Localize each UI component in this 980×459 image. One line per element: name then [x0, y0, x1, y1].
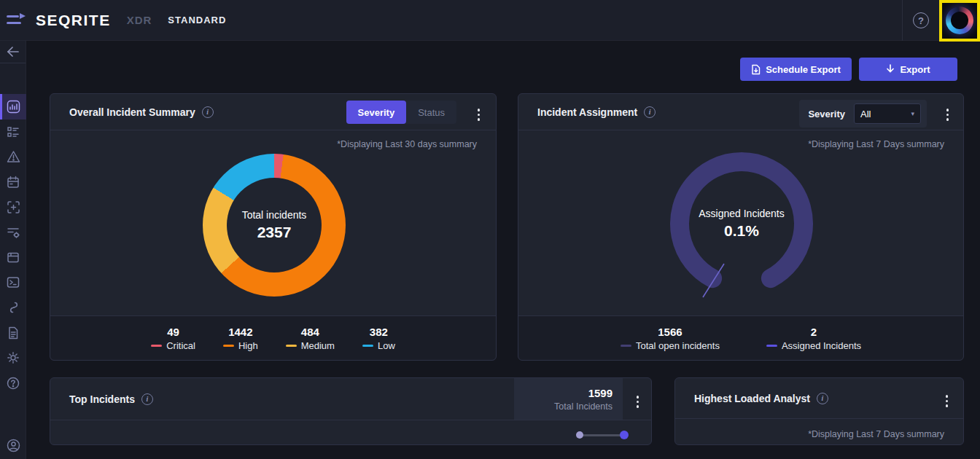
- highest-loaded-analyst-card: Highest Loaded Analyst i *Displaying Las…: [674, 377, 964, 445]
- status-toggle-button[interactable]: Status: [406, 101, 456, 124]
- product-name: XDR: [127, 14, 152, 26]
- legend-item-total-open: 1566 Total open incidents: [621, 326, 720, 351]
- gauge-center: Assigned Incidents 0.1%: [661, 147, 822, 300]
- legend-item-assigned: 2 Assigned Incidents: [766, 326, 861, 351]
- summary-period-note: *Displaying Last 30 days summary: [337, 139, 477, 149]
- card-title: Incident Assignment: [537, 106, 637, 118]
- sidebar-item-terminal[interactable]: [0, 270, 26, 296]
- sidebar-item-incident-list[interactable]: [0, 119, 26, 145]
- chevron-down-icon: ▾: [911, 110, 914, 117]
- sidebar-item-alerts[interactable]: [0, 144, 26, 170]
- medium-dash-icon: [286, 345, 297, 347]
- total-incidents-block: 1599 Total Incidents: [514, 378, 623, 420]
- kebab-menu-icon[interactable]: [475, 106, 483, 124]
- help-circle-icon: [7, 377, 20, 390]
- severity-status-toggle: Severity Status: [346, 101, 456, 124]
- schedule-export-icon: [751, 64, 761, 75]
- donut-center-label: Total incidents: [242, 209, 307, 221]
- severity-filter: Severity All ▾: [799, 100, 927, 128]
- kebab-menu-icon[interactable]: [943, 392, 952, 410]
- summary-period-note: *Displaying Last 7 Days summary: [808, 139, 944, 149]
- sidebar-item-rules[interactable]: [0, 220, 26, 246]
- alert-triangle-icon: [7, 150, 20, 163]
- donut-center-value: 2357: [257, 224, 292, 241]
- sidebar-item-calendar[interactable]: [0, 170, 26, 195]
- task-list-icon: [7, 125, 20, 138]
- assigned-dash-icon: [766, 345, 777, 347]
- sidebar-item-settings[interactable]: [0, 345, 26, 371]
- topbar-divider: [902, 0, 903, 41]
- gauge-center-value: 0.1%: [724, 222, 759, 240]
- incident-assignment-card: Incident Assignment i Severity All ▾ *Di…: [518, 93, 964, 361]
- low-dash-icon: [362, 345, 373, 347]
- user-avatar[interactable]: [946, 7, 973, 34]
- total-open-dash-icon: [621, 345, 631, 347]
- window-panel-icon: [7, 251, 20, 264]
- schedule-export-button[interactable]: Schedule Export: [740, 58, 852, 81]
- legend-item-low: 382 Low: [362, 326, 395, 351]
- card-header: Highest Loaded Analyst i: [675, 378, 963, 419]
- settings-gear-icon: [7, 351, 20, 364]
- kebab-menu-icon[interactable]: [944, 106, 952, 124]
- top-incidents-card: Top Incidents i 1599 Total Incidents: [50, 377, 652, 445]
- document-icon: [7, 326, 19, 340]
- export-button[interactable]: Export: [859, 58, 957, 81]
- sidebar-item-help[interactable]: [0, 371, 26, 396]
- overall-incident-summary-card: Overall Incident Summary i Severity Stat…: [50, 93, 497, 361]
- card-header: Top Incidents i 1599 Total Incidents: [50, 378, 651, 420]
- sidebar-item-dashboard[interactable]: [0, 94, 26, 119]
- kebab-menu-icon[interactable]: [634, 393, 642, 411]
- summary-period-note: *Displaying Last 7 Days summary: [808, 429, 944, 439]
- export-download-icon: [886, 64, 895, 74]
- info-icon[interactable]: i: [202, 106, 214, 118]
- crosshair-icon: [7, 200, 20, 214]
- collapse-back-icon[interactable]: [0, 41, 26, 63]
- calendar-icon: [7, 176, 20, 189]
- sidebar-item-integrations[interactable]: [0, 295, 26, 321]
- total-incidents-value: 1599: [588, 387, 612, 399]
- card-header: Overall Incident Summary i Severity Stat…: [50, 94, 496, 130]
- slider-handle-left[interactable]: [576, 431, 583, 439]
- sidebar-item-playbooks[interactable]: [0, 245, 26, 270]
- severity-filter-label: Severity: [808, 109, 845, 119]
- link-icon: [7, 301, 20, 314]
- critical-dash-icon: [151, 345, 162, 347]
- legend-item-medium: 484 Medium: [286, 326, 335, 351]
- info-icon[interactable]: i: [141, 393, 153, 405]
- card-title: Top Incidents: [69, 393, 135, 405]
- top-bar: SEQRITE XDR STANDARD ?: [0, 0, 980, 41]
- avatar-highlight-box: [939, 0, 980, 42]
- total-incidents-label: Total Incidents: [554, 401, 612, 412]
- slider-track: [579, 434, 626, 436]
- legend-item-critical: 49 Critical: [151, 326, 195, 351]
- sidebar-item-reports[interactable]: [0, 321, 26, 346]
- severity-legend: 49 Critical 1442 High 484 Medium 382 Low: [50, 315, 496, 360]
- card-title: Overall Incident Summary: [69, 106, 195, 118]
- sidebar-user-icon[interactable]: [0, 439, 26, 452]
- assignment-legend: 1566 Total open incidents 2 Assigned Inc…: [518, 315, 963, 360]
- severity-filter-select[interactable]: All ▾: [854, 103, 921, 124]
- edition-name: STANDARD: [168, 15, 226, 26]
- info-icon[interactable]: i: [644, 106, 656, 118]
- info-icon[interactable]: i: [817, 393, 828, 404]
- sidebar-item-detection[interactable]: [0, 195, 26, 220]
- xdr-dashboard: SEQRITE XDR STANDARD ?: [0, 0, 980, 459]
- legend-item-high: 1442 High: [223, 326, 258, 351]
- sidebar-toggle-icon[interactable]: [7, 13, 26, 28]
- dashboard-chart-icon: [7, 100, 20, 114]
- card-title: Highest Loaded Analyst: [694, 393, 810, 404]
- gauge-center-label: Assigned Incidents: [699, 208, 785, 219]
- rules-gear-icon: [7, 226, 20, 239]
- slider-handle-right[interactable]: [620, 431, 629, 439]
- donut-center: Total incidents 2357: [203, 154, 346, 297]
- seqrite-logo: SEQRITE: [36, 12, 111, 29]
- sidebar: [0, 41, 26, 459]
- severity-toggle-button[interactable]: Severity: [346, 101, 407, 124]
- card-header: Incident Assignment i Severity All ▾: [518, 94, 963, 130]
- help-icon[interactable]: ?: [913, 12, 929, 28]
- terminal-icon: [7, 276, 20, 289]
- chart-zoom-slider[interactable]: [576, 431, 629, 439]
- high-dash-icon: [223, 345, 234, 347]
